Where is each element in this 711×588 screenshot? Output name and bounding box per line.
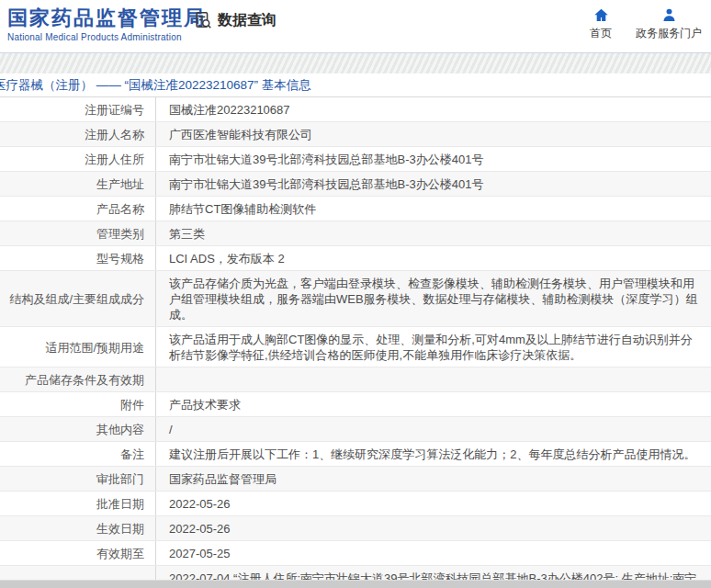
row-label-text: 备注 [120,447,144,462]
data-query-nav[interactable]: 数据查询 [193,10,276,30]
table-row: 产品名称肺结节CT图像辅助检测软件 [0,197,711,221]
row-label: 变更情况 [0,566,156,580]
row-label-text: 注册证编号 [85,102,144,118]
row-label-text: 生效日期 [96,521,144,537]
site-header: 国家药品监督管理局 National Medical Products Admi… [0,0,711,52]
table-row: 附件产品技术要求 [0,392,711,417]
row-label: 生产地址 [0,172,156,196]
table-row: 生效日期2022-05-26 [0,516,711,541]
row-value: 2022-07-04 “注册人住所:南宁市壮锦大道39号北部湾科技园总部基地B-… [156,566,711,580]
logo-subtitle: National Medical Products Administration [7,32,206,42]
breadcrumb-bar: 医疗器械（注册） —— “国械注准20223210687” 基本信息 [0,74,711,97]
nmpa-logo[interactable]: 国家药品监督管理局 National Medical Products Admi… [7,6,206,42]
table-row: 注册证编号国械注准20223210687 [0,97,711,122]
table-row: 审批部门国家药品监督管理局 [0,467,711,492]
row-label-text: 型号规格 [96,251,144,266]
nav-portal-label: 政务服务门户 [636,26,702,41]
row-value: 南宁市壮锦大道39号北部湾科技园总部基地B-3办公楼401号 [156,147,711,171]
row-value: 国家药品监督管理局 [156,467,711,491]
row-label: 生效日期 [0,516,156,540]
row-label: 附件 [0,392,156,416]
row-label-text: 附件 [120,397,144,413]
table-row: 变更情况2022-07-04 “注册人住所:南宁市壮锦大道39号北部湾科技园总部… [0,566,711,580]
nav-home[interactable]: 首页 [590,7,612,41]
row-label: 产品储存条件及有效期 [0,368,156,391]
row-value: LCI ADS，发布版本 2 [156,246,711,270]
row-label-text: 注册人名称 [85,127,144,142]
row-value: 南宁市壮锦大道39号北部湾科技园总部基地B-3办公楼401号 [156,172,711,196]
table-row: 其他内容/ [0,417,711,442]
info-table: 注册证编号国械注准20223210687注册人名称广西医准智能科技有限公司注册人… [0,97,711,580]
nav-home-label: 首页 [590,26,612,41]
row-label: 有效期至 [0,541,156,565]
row-value [156,368,711,391]
row-value: 国械注准20223210687 [156,97,711,121]
row-label-text: 产品名称 [96,201,144,217]
row-label-text: 结构及组成/主要组成成分 [9,291,144,307]
row-value: / [156,417,711,441]
row-label: 备注 [0,442,156,466]
row-value: 广西医准智能科技有限公司 [156,122,711,146]
table-row: 适用范围/预期用途该产品适用于成人胸部CT图像的显示、处理、测量和分析,可对4m… [0,327,711,368]
table-row: 备注建议注册后开展以下工作：1、继续研究深度学习算法泛化能力；2、每年度总结分析… [0,442,711,467]
row-value: 产品技术要求 [156,392,711,416]
logo-title: 国家药品监督管理局 [7,6,206,30]
row-value: 肺结节CT图像辅助检测软件 [156,197,711,220]
breadcrumb: 医疗器械（注册） —— “国械注准20223210687” 基本信息 [0,77,311,94]
row-value: 该产品适用于成人胸部CT图像的显示、处理、测量和分析,可对4mm及以上肺结节进行… [156,327,711,367]
user-icon [661,7,677,23]
row-value: 第三类 [156,221,711,245]
row-label-text: 管理类别 [96,226,144,242]
document-search-icon [193,10,213,30]
row-label: 其他内容 [0,417,156,441]
row-label-text: 注册人住所 [85,152,144,167]
row-label: 审批部门 [0,467,156,491]
table-row: 管理类别第三类 [0,221,711,246]
row-label-text: 生产地址 [96,176,144,192]
row-value: 2027-05-25 [156,541,711,565]
row-label-text: 批准日期 [96,496,144,512]
table-row: 产品储存条件及有效期 [0,368,711,392]
row-label: 产品名称 [0,197,156,220]
table-row: 注册人名称广西医准智能科技有限公司 [0,122,711,147]
info-table-body: 注册证编号国械注准20223210687注册人名称广西医准智能科技有限公司注册人… [0,97,711,580]
table-row: 结构及组成/主要组成成分该产品存储介质为光盘，客户端由登录模块、检查影像模块、辅… [0,271,711,327]
nav-portal[interactable]: 政务服务门户 [636,7,702,41]
page: 国家药品监督管理局 National Medical Products Admi… [0,0,711,588]
row-label-text: 其他内容 [96,422,144,437]
table-row: 有效期至2027-05-25 [0,541,711,566]
row-label: 管理类别 [0,221,156,245]
footer-bar [0,580,711,588]
row-label: 结构及组成/主要组成成分 [0,271,156,326]
row-label-text: 有效期至 [96,546,144,561]
data-query-label: 数据查询 [218,11,276,30]
row-label: 注册人名称 [0,122,156,146]
row-label-text: 适用范围/预期用途 [45,340,144,356]
row-label: 注册人住所 [0,147,156,171]
home-icon [593,7,609,23]
row-label: 适用范围/预期用途 [0,327,156,367]
striped-divider-band [0,52,711,74]
table-row: 批准日期2022-05-26 [0,492,711,516]
table-row: 型号规格LCI ADS，发布版本 2 [0,246,711,271]
row-label: 批准日期 [0,492,156,515]
row-value: 建议注册后开展以下工作：1、继续研究深度学习算法泛化能力；2、每年度总结分析产品… [156,442,711,466]
row-label: 注册证编号 [0,97,156,121]
row-value: 2022-05-26 [156,492,711,515]
table-row: 注册人住所南宁市壮锦大道39号北部湾科技园总部基地B-3办公楼401号 [0,147,711,172]
row-label-text: 审批部门 [96,471,144,487]
row-value: 2022-05-26 [156,516,711,540]
row-label: 型号规格 [0,246,156,270]
table-row: 生产地址南宁市壮锦大道39号北部湾科技园总部基地B-3办公楼401号 [0,172,711,197]
top-nav: 首页 政务服务门户 [590,7,702,41]
row-label-text: 产品储存条件及有效期 [25,372,144,388]
row-value: 该产品存储介质为光盘，客户端由登录模块、检查影像模块、辅助检测任务模块、用户管理… [156,271,711,326]
